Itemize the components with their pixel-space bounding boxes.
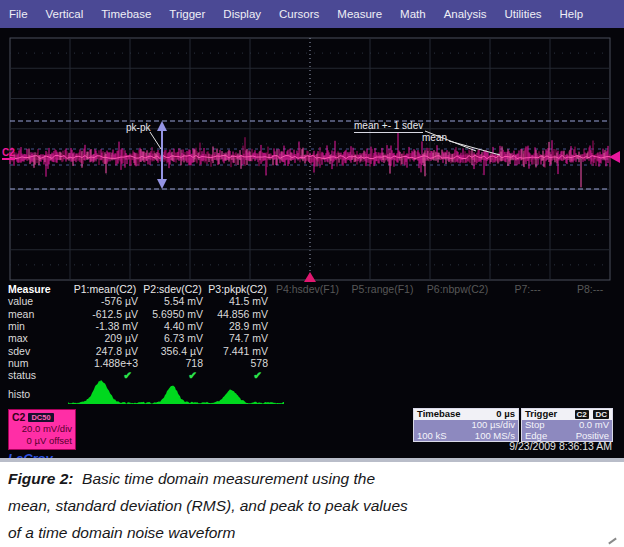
measure-header-p3[interactable]: P3:pkpk(C2) [205, 283, 270, 295]
menu-item-timebase[interactable]: Timebase [92, 8, 160, 20]
menu-item-cursors[interactable]: Cursors [270, 8, 328, 20]
measure-value-p1-min: -1.38 mV [70, 320, 140, 332]
channel-label: C2 [12, 411, 25, 423]
timebase-descriptor[interactable]: Timebase 0 µs 100 µs/div 100 kS 100 MS/s [413, 408, 519, 442]
measure-value-p3-max: 74.7 mV [205, 332, 270, 344]
datetime-display: 9/23/2009 8:36:13 AM [509, 440, 612, 452]
measure-value-p1-sdev: 247.8 µV [70, 345, 140, 357]
measure-header-p4[interactable]: P4:hsdev(F1) [270, 283, 345, 295]
table-row: MeasureP1:mean(C2)P2:sdev(C2)P3:pkpk(C2)… [8, 283, 620, 295]
measure-row-label-value: value [8, 295, 70, 307]
measure-row-label-status: status [8, 369, 70, 381]
measure-value-p1-max: 209 µV [70, 332, 140, 344]
measure-value-p2-mean: 5.6950 mV [140, 308, 205, 320]
menu-item-math[interactable]: Math [391, 8, 435, 20]
measure-value-p1-mean: -612.5 µV [70, 308, 140, 320]
measure-value-p2-num: 718 [140, 357, 205, 369]
timebase-samples: 100 kS [417, 431, 447, 442]
status-check-p2: ✔ [140, 369, 205, 381]
measure-value-p3-sdev: 7.441 mV [205, 345, 270, 357]
measure-value-p3-value: 41.5 mV [205, 295, 270, 307]
table-row: mean-612.5 µV5.6950 mV44.856 mV [8, 308, 620, 320]
table-row: sdev247.8 µV356.4 µV7.441 mV [8, 344, 620, 356]
measure-row-label-mean: mean [8, 308, 70, 320]
channel-offset: 0 µV offset [12, 435, 72, 447]
measure-value-p1-num: 1.488e+3 [70, 357, 140, 369]
caption-figure-label: Figure 2: [8, 470, 73, 487]
table-row: min-1.38 mV4.40 mV28.9 mV [8, 320, 620, 332]
menu-bar: File Vertical Timebase Trigger Display C… [0, 0, 624, 28]
menu-item-utilities[interactable]: Utilities [495, 8, 550, 20]
trigger-level-marker [609, 151, 620, 163]
measure-value-p1-value: -576 µV [70, 295, 140, 307]
measure-header-p6[interactable]: P6:nbpw(C2) [420, 283, 495, 295]
trigger-source-badge: C2 [575, 410, 589, 419]
scope-display: C2 pk-pk mean +- 1 sdev mean MeasureP1:m… [0, 28, 624, 462]
caption-line2: mean, standard deviation (RMS), and peak… [8, 492, 624, 519]
figure-caption: Figure 2: Basic time domain measurement … [0, 462, 624, 547]
measure-header-p8[interactable]: P8:--- [560, 283, 620, 295]
trigger-mode: Stop [525, 420, 545, 431]
timebase-scale: 100 µs/div [472, 420, 516, 431]
mean-sdev-annotation: mean +- 1 sdev [354, 120, 423, 133]
measure-value-p2-min: 4.40 mV [140, 320, 205, 332]
status-check-p3: ✔ [205, 369, 270, 381]
pkpk-annotation: pk-pk [126, 122, 150, 133]
measure-row-label-sdev: sdev [8, 345, 70, 357]
measure-row-label-histo: histo [8, 388, 30, 400]
oscilloscope-screenshot: File Vertical Timebase Trigger Display C… [0, 0, 624, 547]
noise-waveform [10, 133, 610, 188]
status-check-p1: ✔ [70, 369, 140, 381]
measure-row-label-num: num [8, 357, 70, 369]
measure-value-p2-sdev: 356.4 µV [140, 345, 205, 357]
trigger-coupling-badge: DC [593, 410, 609, 419]
trigger-descriptor[interactable]: Trigger C2 DC Stop 0.0 mV Edge Positive [521, 408, 613, 442]
measure-value-p3-num: 578 [205, 357, 270, 369]
channel-c2-zero-marker[interactable]: C2 [2, 148, 15, 160]
menu-item-vertical[interactable]: Vertical [37, 8, 93, 20]
measure-value-p3-mean: 44.856 mV [205, 308, 270, 320]
menu-item-measure[interactable]: Measure [328, 8, 391, 20]
volts-per-div: 20.0 mV/div [12, 423, 72, 435]
trigger-level: 0.0 mV [579, 420, 609, 431]
measure-row-label-min: min [8, 320, 70, 332]
menu-item-display[interactable]: Display [214, 8, 270, 20]
caption-line1: Basic time domain measurement using the [82, 470, 375, 487]
menu-item-analysis[interactable]: Analysis [435, 8, 496, 20]
histogram-trace [68, 380, 284, 404]
measure-value-p3-min: 28.9 mV [205, 320, 270, 332]
table-row: status✔✔✔ [8, 369, 620, 381]
trigger-time-marker [304, 272, 316, 282]
menu-item-file[interactable]: File [0, 8, 37, 20]
measure-row-label-max: max [8, 332, 70, 344]
measure-header-p7[interactable]: P7:--- [495, 283, 560, 295]
measure-value-p2-max: 6.73 mV [140, 332, 205, 344]
coupling-badge: DC50 [28, 413, 53, 422]
channel-c2-descriptor[interactable]: C2 DC50 20.0 mV/div 0 µV offset [8, 409, 76, 450]
measure-value-p2-value: 5.54 mV [140, 295, 205, 307]
menu-item-trigger[interactable]: Trigger [160, 8, 214, 20]
measure-header-p1[interactable]: P1:mean(C2) [70, 283, 140, 295]
table-row: value-576 µV5.54 mV41.5 mV [8, 295, 620, 307]
mean-annotation: mean [422, 132, 447, 143]
timebase-title: Timebase [417, 409, 461, 420]
waveform-grid-canvas [0, 28, 624, 462]
table-row: num1.488e+3718578 [8, 357, 620, 369]
measure-table: MeasureP1:mean(C2)P2:sdev(C2)P3:pkpk(C2)… [8, 283, 620, 381]
measure-header-p5[interactable]: P5:range(F1) [345, 283, 420, 295]
measure-table-title: Measure [8, 283, 70, 295]
caption-line3: of a time domain noise waveform [8, 519, 624, 546]
measure-header-p2[interactable]: P2:sdev(C2) [140, 283, 205, 295]
table-row: max209 µV6.73 mV74.7 mV [8, 332, 620, 344]
menu-item-help[interactable]: Help [551, 8, 593, 20]
